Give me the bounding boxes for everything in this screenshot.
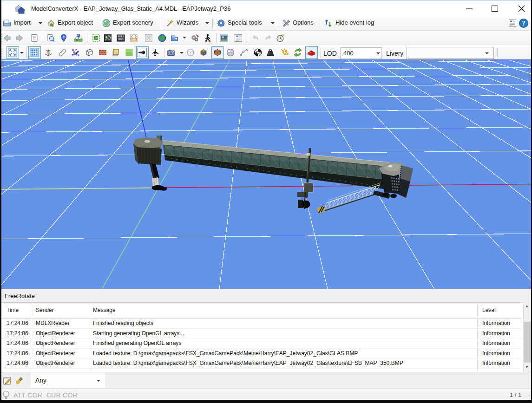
svg-text:MU: MU: [118, 38, 122, 40]
svg-text:XML: XML: [131, 38, 137, 41]
svg-text:?: ?: [522, 20, 525, 27]
